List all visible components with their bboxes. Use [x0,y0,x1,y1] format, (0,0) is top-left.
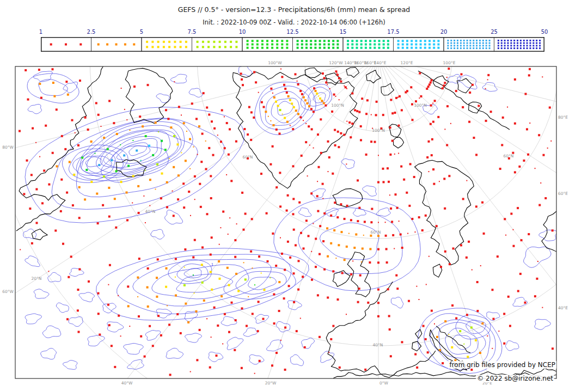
svg-text:100°E: 100°E [443,60,456,65]
svg-text:120°E: 120°E [401,60,413,65]
svg-text:100°N: 100°N [414,103,427,108]
svg-text:40°N: 40°N [145,209,156,214]
svg-text:20°N: 20°N [32,276,42,281]
svg-text:100°N: 100°N [331,103,344,108]
svg-text:100°N: 100°N [372,128,385,133]
svg-text:40°W: 40°W [121,381,133,386]
svg-text:60°N: 60°N [371,230,381,235]
precip-spread-contours [23,65,557,374]
svg-text:60°E: 60°E [558,191,568,196]
svg-text:80°E: 80°E [558,115,568,120]
svg-text:40°N: 40°N [373,343,383,347]
svg-text:80°W: 80°W [2,145,14,150]
svg-text:60°N: 60°N [504,154,514,158]
svg-text:0°W: 0°W [379,381,389,386]
svg-text:120°W: 120°W [329,60,343,65]
attribution-copyright: © 2022 sb@irizone.net [476,375,554,382]
graticule-labels-edge: 100°W120°W140°W160°W160°E140°E120°E100°E… [2,60,568,386]
svg-text:140°E: 140°E [374,60,387,65]
contour-value-label: 1 [211,262,213,267]
graticule [0,0,588,391]
svg-text:60°W: 60°W [2,289,14,294]
map-canvas: 100°N100°N100°N60°N60°N60°N40°N40°N20°N1… [0,0,588,391]
attribution-source: from grib files provided by NCEP [448,361,556,369]
svg-text:20°W: 20°W [265,381,277,386]
weather-plot-page: { "header": { "title": "GEFS // 0.5° - v… [0,0,588,391]
svg-text:100°W: 100°W [268,60,282,65]
svg-text:60°N: 60°N [243,155,253,160]
svg-text:40°E: 40°E [558,306,568,310]
map-frame [15,66,556,378]
